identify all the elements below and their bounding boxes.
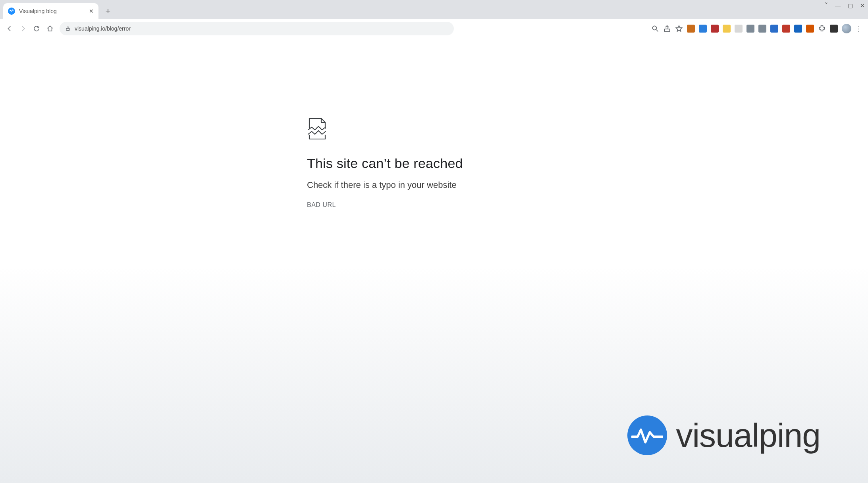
extension-icon[interactable] [830,25,838,33]
profile-avatar[interactable] [842,24,851,33]
search-icon[interactable] [651,25,659,33]
window-minimize-icon[interactable]: — [835,3,841,8]
svg-point-1 [652,26,656,30]
extension-icon[interactable] [723,25,731,33]
error-block: This site can’t be reached Check if ther… [307,118,561,483]
tab-title: Visualping blog [19,8,85,14]
address-bar[interactable]: visualping.io/blog/error [60,22,454,35]
url-text: visualping.io/blog/error [75,25,131,32]
svg-rect-0 [66,28,69,30]
tab-strip: Visualping blog ✕ + ˅ — ▢ ✕ [0,0,868,19]
share-icon[interactable] [663,25,671,33]
tab-favicon [8,8,15,15]
extension-icon[interactable] [711,25,719,33]
svg-rect-2 [664,29,669,31]
extensions-puzzle-icon[interactable] [818,25,826,33]
browser-toolbar: visualping.io/blog/error [0,19,868,38]
home-button[interactable] [46,25,54,33]
extension-icon[interactable] [687,25,695,33]
reload-button[interactable] [33,25,41,33]
extension-icon[interactable] [699,25,707,33]
window-close-icon[interactable]: ✕ [860,3,865,8]
visualping-logo-text: visualping [676,416,820,455]
visualping-logo-icon [627,415,667,455]
toolbar-actions: ⋮ [651,24,862,33]
tab-close-icon[interactable]: ✕ [89,8,94,14]
back-button[interactable] [6,25,14,33]
new-tab-button[interactable]: + [102,5,114,17]
browser-tab[interactable]: Visualping blog ✕ [3,3,98,19]
extension-icon[interactable] [746,25,754,33]
extension-icon[interactable] [735,25,743,33]
browser-menu-icon[interactable]: ⋮ [855,24,862,33]
tab-search-chevron-icon[interactable]: ˅ [825,2,828,9]
broken-page-icon [307,118,561,142]
extension-icon[interactable] [806,25,814,33]
window-maximize-icon[interactable]: ▢ [848,3,853,8]
error-title: This site can’t be reached [307,156,561,171]
extension-icon[interactable] [758,25,766,33]
extension-icon[interactable] [770,25,778,33]
visualping-watermark: visualping [627,415,820,455]
extension-icon[interactable] [782,25,790,33]
error-subtitle: Check if there is a typo in your website [307,180,561,190]
window-controls: ˅ — ▢ ✕ [825,2,865,9]
error-code: BAD URL [307,201,561,209]
forward-button[interactable] [19,25,27,33]
bookmark-star-icon[interactable] [675,25,683,33]
site-info-lock-icon[interactable] [65,26,71,31]
extension-icon[interactable] [794,25,802,33]
